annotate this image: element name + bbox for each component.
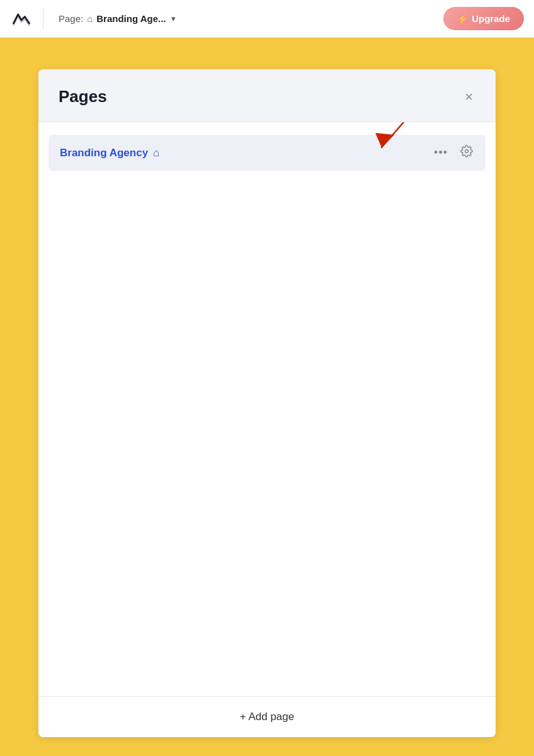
page-breadcrumb-nav: Page: ⌂ Branding Age... ▾ <box>51 13 443 24</box>
page-item-left: Branding Agency ⌂ <box>60 147 159 159</box>
home-page-icon: ⌂ <box>153 147 159 159</box>
page-item-actions: ••• <box>431 144 474 162</box>
gear-icon <box>460 145 473 158</box>
home-icon: ⌂ <box>87 13 93 24</box>
bolt-icon: ⚡ <box>457 14 468 24</box>
add-page-footer[interactable]: + Add page <box>38 696 496 737</box>
svg-point-0 <box>465 150 469 153</box>
page-settings-button[interactable] <box>459 144 474 162</box>
page-item-name: Branding Agency <box>60 147 148 159</box>
current-page-name: Branding Age... <box>96 13 166 24</box>
pages-list: Branding Agency ⌂ ••• <box>38 122 496 696</box>
page-list-item[interactable]: Branding Agency ⌂ ••• <box>48 135 486 171</box>
dots-icon: ••• <box>434 146 448 159</box>
app-logo <box>10 8 33 30</box>
upgrade-button[interactable]: ⚡ Upgrade <box>443 7 524 30</box>
pages-panel-header: Pages × <box>38 69 496 122</box>
close-button[interactable]: × <box>462 88 475 106</box>
add-page-label: + Add page <box>240 711 295 723</box>
yellow-background: Pages × Branding Agency ⌂ ••• <box>0 38 534 756</box>
page-text-label: Page: <box>59 13 83 24</box>
chevron-down-icon[interactable]: ▾ <box>171 14 176 23</box>
logo-area <box>10 8 43 30</box>
top-navigation-bar: Page: ⌂ Branding Age... ▾ ⚡ Upgrade <box>0 0 534 38</box>
pages-panel: Pages × Branding Agency ⌂ ••• <box>38 69 496 737</box>
close-icon: × <box>465 90 473 104</box>
page-more-options-button[interactable]: ••• <box>431 145 450 161</box>
pages-panel-title: Pages <box>59 87 107 106</box>
upgrade-label: Upgrade <box>472 13 510 24</box>
